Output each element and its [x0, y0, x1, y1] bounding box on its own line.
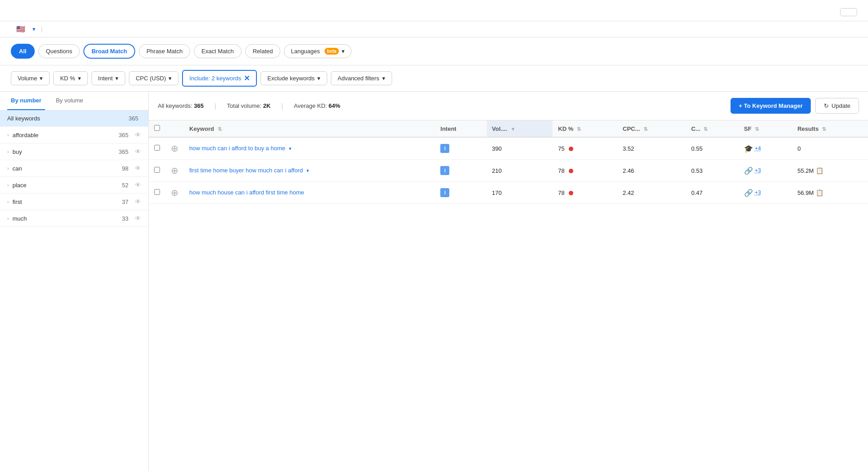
- row-checkbox[interactable]: [154, 145, 160, 151]
- tab-related[interactable]: Related: [245, 44, 281, 58]
- chevron-down-icon: ▾: [169, 75, 172, 82]
- th-kd[interactable]: KD % ⇅: [553, 120, 617, 137]
- languages-button[interactable]: Languages beta ▾: [284, 44, 352, 58]
- keyword-link[interactable]: first time home buyer how much can i aff…: [189, 167, 303, 174]
- chevron-right-icon: ›: [7, 166, 9, 171]
- row-checkbox[interactable]: [154, 189, 160, 195]
- tab-phrase-match[interactable]: Phrase Match: [139, 44, 190, 58]
- kd-difficulty-dot: [569, 147, 573, 151]
- cpc-cell: 3.52: [617, 137, 686, 160]
- languages-label: Languages: [291, 48, 320, 55]
- chevron-down-icon: ▾: [342, 48, 345, 55]
- keyword-cell: first time home buyer how much can i aff…: [184, 160, 435, 182]
- sidebar-affordable-count: 365: [119, 132, 128, 139]
- update-button[interactable]: ↻ Update: [815, 98, 859, 114]
- to-keyword-manager-button[interactable]: + To Keyword Manager: [731, 98, 811, 114]
- eye-icon[interactable]: 👁: [135, 198, 141, 205]
- tab-questions[interactable]: Questions: [38, 44, 80, 58]
- eye-icon[interactable]: 👁: [135, 131, 141, 139]
- exclude-keywords-button[interactable]: Exclude keywords ▾: [260, 71, 327, 85]
- th-keyword[interactable]: Keyword ⇅: [184, 120, 435, 137]
- graduation-cap-icon: 🎓: [744, 144, 753, 153]
- clear-include-icon[interactable]: ✕: [244, 74, 250, 83]
- sf-cell: 🔗 +3: [739, 182, 792, 204]
- th-add: [165, 120, 184, 137]
- add-cell: ⊕: [165, 160, 184, 182]
- eye-icon[interactable]: 👁: [135, 165, 141, 172]
- chevron-down-icon: ▾: [115, 75, 119, 82]
- results-cell: 0: [792, 137, 868, 160]
- kd-filter[interactable]: KD % ▾: [53, 71, 87, 85]
- add-keyword-button[interactable]: ⊕: [171, 187, 178, 198]
- th-com[interactable]: C... ⇅: [686, 120, 739, 137]
- sidebar-affordable-label: affordable: [13, 132, 115, 139]
- com-cell: 0.47: [686, 182, 739, 204]
- avg-kd-stat: Average KD: 64%: [294, 102, 340, 109]
- cpc-filter[interactable]: CPC (USD) ▾: [129, 71, 178, 85]
- eye-icon[interactable]: 👁: [135, 148, 141, 155]
- sf-count[interactable]: +3: [755, 167, 761, 174]
- tab-broad-match[interactable]: Broad Match: [83, 44, 135, 59]
- eye-icon[interactable]: 👁: [135, 215, 141, 222]
- tab-exact-match[interactable]: Exact Match: [194, 44, 242, 58]
- sidebar-place-label: place: [13, 182, 119, 189]
- sidebar-item-first[interactable]: › first 37 👁: [0, 194, 148, 210]
- th-results[interactable]: Results ⇅: [792, 120, 868, 137]
- sub-bar: 🇺🇸 ▾ |: [0, 21, 868, 37]
- th-cpc[interactable]: CPC... ⇅: [617, 120, 686, 137]
- row-checkbox-cell: [149, 160, 165, 182]
- add-keyword-button[interactable]: ⊕: [171, 165, 178, 176]
- eye-icon[interactable]: 👁: [135, 181, 141, 189]
- keyword-cell: how much house can i afford first time h…: [184, 182, 435, 204]
- sf-cell: 🔗 +3: [739, 160, 792, 182]
- sidebar-much-label: much: [13, 215, 119, 222]
- include-keywords-button[interactable]: Include: 2 keywords ✕: [182, 70, 257, 87]
- sort-by-volume[interactable]: By volume: [52, 92, 87, 110]
- results-cell: 56.9M📋: [792, 182, 868, 204]
- sf-count[interactable]: +4: [755, 145, 761, 152]
- select-all-checkbox[interactable]: [154, 125, 160, 131]
- stats-bar: All keywords: 365 | Total volume: 2K | A…: [149, 92, 868, 120]
- keyword-dropdown-icon[interactable]: ▾: [289, 146, 292, 151]
- sidebar-item-buy[interactable]: › buy 365 👁: [0, 143, 148, 160]
- intent-filter[interactable]: Intent ▾: [91, 71, 126, 85]
- com-cell: 0.53: [686, 160, 739, 182]
- sort-icon: ⇅: [577, 126, 581, 132]
- view-search-button[interactable]: [840, 8, 857, 16]
- sort-icon: ⇅: [822, 126, 826, 132]
- keyword-dropdown-icon[interactable]: ▾: [306, 168, 309, 173]
- sidebar: By number By volume All keywords 365 › a…: [0, 92, 149, 471]
- sidebar-item-can[interactable]: › can 98 👁: [0, 160, 148, 177]
- sidebar-all-keywords[interactable]: All keywords 365: [0, 111, 148, 127]
- add-keyword-button[interactable]: ⊕: [171, 143, 178, 154]
- refresh-icon: ↻: [824, 102, 829, 109]
- th-sf[interactable]: SF ⇅: [739, 120, 792, 137]
- database-link[interactable]: ▾: [31, 26, 36, 32]
- row-checkbox[interactable]: [154, 167, 160, 173]
- content-area: By number By volume All keywords 365 › a…: [0, 92, 868, 471]
- sidebar-item-much[interactable]: › much 33 👁: [0, 210, 148, 227]
- flag-icon: 🇺🇸: [16, 25, 25, 33]
- chevron-down-icon: ▾: [78, 75, 81, 82]
- th-intent[interactable]: Intent: [435, 120, 486, 137]
- volume-filter[interactable]: Volume ▾: [11, 71, 50, 85]
- sidebar-item-affordable[interactable]: › affordable 365 👁: [0, 127, 148, 143]
- results-doc-icon: 📋: [816, 189, 823, 196]
- advanced-filters-button[interactable]: Advanced filters ▾: [331, 71, 392, 85]
- th-volume[interactable]: Vol.... ▼: [487, 120, 553, 137]
- chevron-right-icon: ›: [7, 216, 9, 221]
- sidebar-can-count: 98: [122, 165, 128, 172]
- keyword-link[interactable]: how much house can i afford first time h…: [189, 189, 304, 196]
- sf-count[interactable]: +3: [755, 189, 761, 196]
- sidebar-first-count: 37: [122, 199, 128, 205]
- sidebar-item-place[interactable]: › place 52 👁: [0, 177, 148, 194]
- add-cell: ⊕: [165, 182, 184, 204]
- sort-by-number[interactable]: By number: [7, 92, 45, 110]
- results-doc-icon: 📋: [816, 167, 823, 174]
- keyword-link[interactable]: how much can i afford to buy a home: [189, 145, 285, 152]
- keyword-table-wrap: Keyword ⇅ Intent Vol.... ▼ KD % ⇅ CPC...…: [149, 120, 868, 204]
- total-volume-stat: Total volume: 2K: [227, 102, 271, 109]
- intent-badge: I: [440, 188, 449, 197]
- tab-all[interactable]: All: [11, 44, 35, 59]
- sidebar-all-keywords-count: 365: [128, 115, 138, 122]
